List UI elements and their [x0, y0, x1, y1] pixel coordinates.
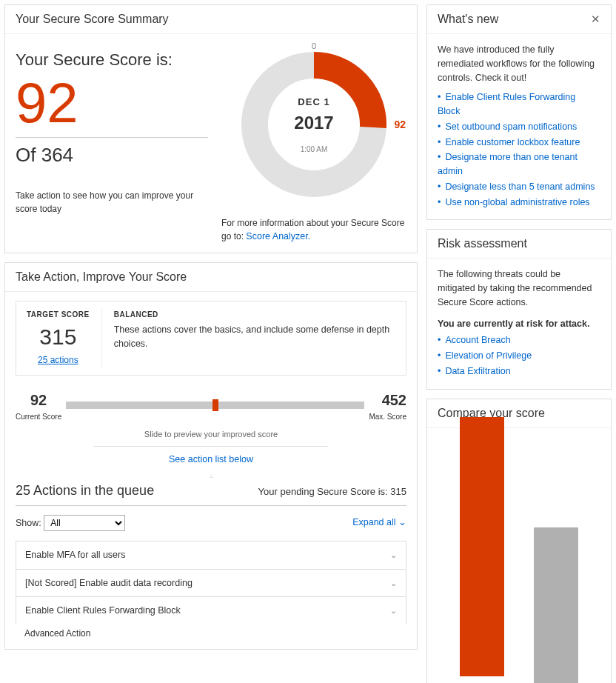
show-label: Show:	[16, 518, 41, 528]
score-donut-chart: 0 DEC 1 2017 1:00 AM 92	[232, 43, 395, 206]
slider-caption: Slide to preview your improved score	[16, 428, 406, 441]
queue-item-subtext: Advanced Action	[16, 624, 406, 640]
risk-warning: You are currently at risk for attack.	[438, 317, 600, 331]
donut-zero-label: 0	[312, 40, 316, 53]
target-score-label: TARGET SCORE	[27, 309, 90, 320]
whats-new-intro: We have introduced the fully remediated …	[438, 43, 600, 84]
balanced-label: BALANCED	[114, 309, 395, 320]
score-value: 92	[16, 75, 208, 131]
whats-new-link[interactable]: Designate less than 5 tenant admins	[445, 181, 595, 192]
compare-bar-chart: 92 Your Secure Score Summary 56 Office 3…	[438, 437, 600, 684]
queue-item[interactable]: Enable MFA for all users ⌄	[16, 541, 406, 570]
whats-new-header: What's new	[438, 13, 498, 26]
risk-header: Risk assessment	[427, 230, 611, 259]
slider-max-label: Max. Score	[369, 411, 406, 422]
chevron-down-icon: ⌄	[390, 549, 397, 562]
score-summary-header: Your Secure Score Summary	[5, 5, 417, 34]
compare-header: Compare your score	[427, 399, 611, 428]
slider-max-value: 452	[369, 389, 406, 411]
risk-link[interactable]: Data Exfiltration	[445, 366, 510, 376]
queue-item[interactable]: [Not Scored] Enable audit data recording…	[16, 569, 406, 598]
whats-new-link[interactable]: Use non-global administrative roles	[445, 197, 589, 207]
more-info-text: For more information about your Secure S…	[221, 216, 406, 244]
show-filter-select[interactable]: All	[44, 515, 125, 531]
score-title: Your Secure Score is:	[16, 47, 208, 72]
see-action-list-link[interactable]: See action list below	[169, 454, 253, 464]
target-score-box: TARGET SCORE 315 25 actions BALANCED The…	[16, 301, 406, 376]
donut-year: 2017	[294, 109, 333, 136]
whats-new-link[interactable]: Enable Client Rules Forwarding Block	[438, 92, 575, 116]
compare-bar-your-score	[460, 417, 504, 676]
take-action-panel: Take Action, Improve Your Score TARGET S…	[4, 262, 418, 650]
queue-item[interactable]: Enable Client Rules Forwarding Block ⌄	[16, 596, 406, 624]
expand-all-link[interactable]: Expand all ⌄	[352, 516, 406, 530]
take-action-header: Take Action, Improve Your Score	[5, 263, 417, 292]
queue-pending-score: Your pending Secure Score is: 315	[258, 484, 406, 499]
risk-panel: Risk assessment The following threats co…	[426, 229, 612, 389]
score-slider[interactable]	[66, 402, 364, 409]
queue-title: 25 Actions in the queue	[16, 481, 154, 501]
chevron-down-icon: ⌄	[398, 517, 406, 527]
target-score-value: 315	[27, 320, 90, 353]
whats-new-panel: What's new ✕ We have introduced the full…	[426, 4, 612, 220]
donut-time: 1:00 AM	[294, 143, 333, 154]
balanced-description: These actions cover the basics, and incl…	[114, 323, 395, 351]
slider-current-value: 92	[16, 389, 61, 411]
score-hint: Take action to see how you can improve y…	[16, 189, 208, 216]
whats-new-link[interactable]: Designate more than one tenant admin	[438, 152, 578, 176]
actions-count-link[interactable]: 25 actions	[38, 355, 78, 365]
risk-link[interactable]: Account Breach	[445, 335, 510, 345]
queue-item-label: Enable Client Rules Forwarding Block	[25, 604, 181, 618]
queue-item-label: Enable MFA for all users	[25, 548, 125, 562]
risk-link[interactable]: Elevation of Privilege	[445, 350, 532, 361]
donut-date: DEC 1	[294, 95, 333, 110]
close-icon[interactable]: ✕	[591, 13, 600, 26]
whats-new-link[interactable]: Enable customer lockbox feature	[445, 137, 580, 147]
score-summary-panel: Your Secure Score Summary Your Secure Sc…	[4, 4, 418, 253]
chevron-down-icon: ⌄	[390, 604, 397, 617]
score-analyzer-link[interactable]: Score Analyzer.	[246, 231, 310, 241]
risk-intro: The following threats could be mitigated…	[438, 267, 600, 309]
slider-thumb[interactable]	[212, 399, 218, 411]
donut-value-label: 92	[394, 117, 406, 133]
whats-new-link[interactable]: Set outbound spam notifications	[445, 121, 577, 132]
notch-icon: ▵	[16, 470, 406, 481]
queue-item-label: [Not Scored] Enable audit data recording	[25, 576, 192, 590]
score-max: Of 364	[16, 141, 208, 170]
compare-panel: Compare your score 92 Your Secure Score …	[426, 399, 612, 684]
slider-current-label: Current Score	[16, 411, 61, 422]
chevron-down-icon: ⌄	[390, 577, 397, 590]
compare-bar-average	[534, 527, 578, 684]
